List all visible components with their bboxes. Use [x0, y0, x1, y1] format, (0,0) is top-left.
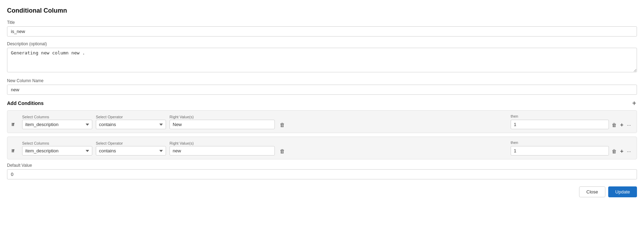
select-columns-1[interactable]: item_description item_name category pric… — [22, 120, 92, 129]
condition-row-1: If Select Columns item_description item_… — [7, 110, 637, 133]
select-operator-1[interactable]: contains equals starts with ends with no… — [96, 120, 166, 129]
then-delete-btn-1[interactable]: 🗑 — [610, 121, 618, 129]
footer-buttons: Close Update — [7, 186, 637, 197]
update-button[interactable]: Update — [608, 186, 637, 197]
select-operator-label-2: Select Operator — [96, 141, 166, 145]
then-label-2: then — [511, 140, 609, 145]
condition-row-2: If Select Columns item_description item_… — [7, 137, 637, 159]
select-columns-label-1: Select Columns — [22, 115, 92, 119]
then-add-btn-2[interactable]: + — [619, 147, 625, 156]
right-value-input-2[interactable] — [170, 146, 275, 156]
select-columns-2[interactable]: item_description item_name category pric… — [22, 146, 92, 156]
close-button[interactable]: Close — [579, 186, 605, 197]
then-plus-icon-2: + — [620, 148, 623, 154]
description-input[interactable]: Generating new column new . — [7, 48, 637, 72]
default-value-input[interactable] — [7, 169, 637, 179]
then-dots-icon-1: ··· — [627, 122, 631, 128]
then-dots-btn-2[interactable]: ··· — [625, 147, 632, 156]
trash-icon-1: 🗑 — [280, 122, 285, 128]
right-value-field-2: Right Value(s) — [170, 141, 275, 156]
description-label: Description (optional) — [7, 41, 637, 46]
title-input[interactable] — [7, 26, 637, 37]
then-section-1: then 🗑 + ··· — [511, 114, 632, 129]
then-trash-icon-2: 🗑 — [612, 149, 617, 154]
right-value-field-1: Right Value(s) — [170, 115, 275, 129]
title-field-group: Title — [7, 20, 637, 37]
add-conditions-title: Add Conditions — [7, 100, 44, 106]
select-operator-field-2: Select Operator contains equals starts w… — [96, 141, 166, 156]
select-columns-field-2: Select Columns item_description item_nam… — [22, 141, 92, 156]
then-label-1: then — [511, 114, 609, 118]
default-value-label: Default Value — [7, 163, 637, 168]
description-field-group: Description (optional) Generating new co… — [7, 41, 637, 73]
select-operator-label-1: Select Operator — [96, 115, 166, 119]
select-operator-2[interactable]: contains equals starts with ends with no… — [96, 146, 166, 156]
new-column-name-label: New Column Name — [7, 78, 637, 83]
if-label-2: If — [12, 148, 19, 153]
then-section-2: then 🗑 + ··· — [511, 140, 632, 156]
then-add-btn-1[interactable]: + — [619, 121, 625, 129]
right-value-label-2: Right Value(s) — [170, 141, 275, 145]
add-condition-button[interactable]: + — [631, 100, 637, 107]
new-column-name-input[interactable] — [7, 85, 637, 95]
default-value-field-group: Default Value — [7, 163, 637, 179]
trash-icon-2: 🗑 — [280, 148, 285, 154]
right-value-input-1[interactable] — [170, 120, 275, 129]
then-dots-icon-2: ··· — [627, 149, 631, 154]
then-actions-1: 🗑 + ··· — [610, 121, 632, 129]
then-value-input-2[interactable] — [511, 146, 609, 156]
page-title: Conditional Column — [7, 7, 637, 14]
title-label: Title — [7, 20, 637, 25]
delete-condition-2[interactable]: 🗑 — [278, 147, 286, 156]
delete-condition-1[interactable]: 🗑 — [278, 120, 286, 129]
then-field-2: then — [511, 140, 609, 156]
condition-inner-1: Select Columns item_description item_nam… — [22, 114, 507, 129]
new-column-name-field-group: New Column Name — [7, 78, 637, 95]
select-columns-field-1: Select Columns item_description item_nam… — [22, 115, 92, 129]
right-value-label-1: Right Value(s) — [170, 115, 275, 119]
add-conditions-header: Add Conditions + — [7, 100, 637, 107]
then-value-input-1[interactable] — [511, 120, 609, 129]
condition-inner-2: Select Columns item_description item_nam… — [22, 140, 507, 156]
select-operator-field-1: Select Operator contains equals starts w… — [96, 115, 166, 129]
if-label-1: If — [12, 122, 19, 127]
then-delete-btn-2[interactable]: 🗑 — [610, 147, 618, 156]
then-field-1: then — [511, 114, 609, 129]
then-plus-icon-1: + — [620, 122, 623, 128]
then-dots-btn-1[interactable]: ··· — [625, 121, 632, 129]
then-trash-icon-1: 🗑 — [612, 122, 617, 128]
then-actions-2: 🗑 + ··· — [610, 147, 632, 156]
select-columns-label-2: Select Columns — [22, 141, 92, 145]
